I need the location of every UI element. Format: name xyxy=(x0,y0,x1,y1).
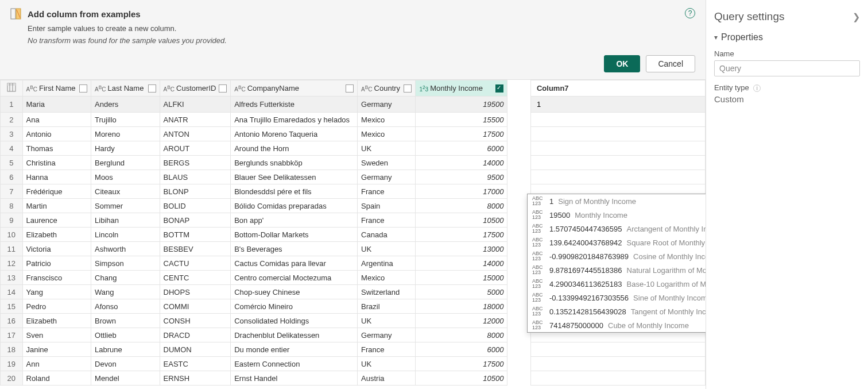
collapse-sidebar-icon[interactable]: ❯ xyxy=(852,11,860,22)
help-icon[interactable]: ? xyxy=(685,8,695,18)
table-row[interactable]: 20RolandMendelERNSHErnst HandelAustria10… xyxy=(1,371,706,386)
new-column-cell[interactable] xyxy=(530,342,705,357)
column-header-last[interactable]: ABCLast Name xyxy=(91,80,160,97)
entity-type-label: Entity type i xyxy=(714,83,860,92)
properties-section-header[interactable]: ▾ Properties xyxy=(714,32,860,43)
suggestion-item[interactable]: ABC123-0.13399492167303556Sine of Monthl… xyxy=(528,291,706,305)
column-header-country[interactable]: ABCCountry xyxy=(358,80,416,97)
cell-last: Hardy xyxy=(91,141,160,156)
suggestion-item[interactable]: ABC12319500Monthly Income xyxy=(528,208,706,222)
cell-comp: Chop-suey Chinese xyxy=(231,285,358,299)
cell-last: Anders xyxy=(91,97,160,113)
data-table-wrapper[interactable]: ABCFirst NameABCLast NameABCCustomerIDAB… xyxy=(0,80,706,389)
table-row[interactable]: 19AnnDevonEASTCEastern ConnectionUK17500 xyxy=(1,357,706,371)
table-row[interactable]: 5ChristinaBerglundBERGSBerglunds snabbkö… xyxy=(1,156,706,170)
new-column-cell[interactable] xyxy=(530,141,705,156)
column-header-comp[interactable]: ABCCompanyName xyxy=(231,80,358,97)
cell-first: Janine xyxy=(22,342,91,357)
cell-country: Mexico xyxy=(358,271,416,285)
new-column-cell[interactable] xyxy=(530,97,705,113)
column-checkbox[interactable] xyxy=(404,84,412,93)
cell-income: 10500 xyxy=(416,213,507,228)
suggestion-item[interactable]: ABC123-0.99098201848763989Cosine of Mont… xyxy=(528,249,706,263)
cell-last: Mendel xyxy=(91,371,160,386)
example-input[interactable] xyxy=(534,99,702,110)
cell-income: 14000 xyxy=(416,256,507,271)
column-checkbox[interactable] xyxy=(148,84,156,93)
column-checkbox[interactable] xyxy=(346,84,354,93)
column-header-income[interactable]: 123Monthly Income xyxy=(416,80,507,97)
suggestions-dropdown[interactable]: ABC1231Sign of Monthly IncomeABC12319500… xyxy=(527,194,706,333)
row-number: 3 xyxy=(1,127,23,141)
cell-comp: Around the Horn xyxy=(231,141,358,156)
cell-income: 14000 xyxy=(416,156,507,170)
cell-last: Labrune xyxy=(91,342,160,357)
row-number: 8 xyxy=(1,199,23,213)
new-column-header[interactable]: Column7 xyxy=(530,80,705,97)
cell-cust: BLAUS xyxy=(160,170,231,184)
cell-income: 15500 xyxy=(416,113,507,127)
table-row[interactable]: 2AnaTrujilloANATRAna Trujillo Emaredados… xyxy=(1,113,706,127)
row-number: 10 xyxy=(1,228,23,242)
cell-first: Thomas xyxy=(22,141,91,156)
new-column-cell[interactable] xyxy=(530,156,705,170)
column-checkbox[interactable] xyxy=(495,84,503,93)
new-column-cell[interactable] xyxy=(530,371,705,386)
new-column-cell[interactable] xyxy=(530,113,705,127)
table-row[interactable]: 6HannaMoosBLAUSBlauer See DelikatessenGe… xyxy=(1,170,706,184)
table-row[interactable]: 3AntonioMorenoANTONAntonio Moreno Taquer… xyxy=(1,127,706,141)
cell-cust: CONSH xyxy=(160,314,231,328)
cell-comp: Du monde entier xyxy=(231,342,358,357)
cell-comp: Comércio Mineiro xyxy=(231,299,358,314)
suggestion-item[interactable]: ABC1239.8781697445518386Natural Logarith… xyxy=(528,263,706,277)
new-column-cell[interactable] xyxy=(530,127,705,141)
cell-income: 17500 xyxy=(416,357,507,371)
suggestion-label: Cube of Monthly Income xyxy=(608,321,689,330)
cell-country: Germany xyxy=(358,328,416,342)
cell-country: Switzerland xyxy=(358,285,416,299)
cell-cust: EASTC xyxy=(160,357,231,371)
type-badge-icon: ABC123 xyxy=(532,237,545,248)
cancel-button[interactable]: Cancel xyxy=(646,55,695,72)
suggestion-item[interactable]: ABC1231Sign of Monthly Income xyxy=(528,194,706,208)
suggestion-item[interactable]: ABC1237414875000000Cube of Monthly Incom… xyxy=(528,318,706,332)
ok-button[interactable]: OK xyxy=(604,55,640,72)
new-column-cell[interactable] xyxy=(530,170,705,184)
cell-country: Austria xyxy=(358,371,416,386)
row-number: 7 xyxy=(1,184,23,199)
column-header-cust[interactable]: ABCCustomerID xyxy=(160,80,231,97)
suggestion-item[interactable]: ABC1230.13521428156439028Tangent of Mont… xyxy=(528,305,706,318)
cell-last: Chang xyxy=(91,271,160,285)
suggestion-item[interactable]: ABC1231.5707450447436595Arctangent of Mo… xyxy=(528,222,706,236)
column-checkbox[interactable] xyxy=(79,84,87,93)
cell-comp: Bólido Comidas preparadas xyxy=(231,199,358,213)
table-select-icon[interactable] xyxy=(1,80,23,97)
table-row[interactable]: 4ThomasHardyAROUTAround the HornUK6000 xyxy=(1,141,706,156)
add-column-header-panel: Add column from examples Enter sample va… xyxy=(0,0,706,80)
cell-cust: CACTU xyxy=(160,256,231,271)
panel-subtitle: Enter sample values to create a new colu… xyxy=(28,24,695,33)
column-checkbox[interactable] xyxy=(219,84,227,93)
new-column-cell[interactable] xyxy=(530,357,705,371)
table-row[interactable]: 18JanineLabruneDUMONDu monde entierFranc… xyxy=(1,342,706,357)
suggestion-item[interactable]: ABC1234.2900346113625183Base-10 Logarith… xyxy=(528,277,706,291)
type-badge-icon: ABC123 xyxy=(532,320,545,330)
suggestion-item[interactable]: ABC123139.64240043768942Square Root of M… xyxy=(528,236,706,249)
column-header-first[interactable]: ABCFirst Name xyxy=(22,80,91,97)
cell-country: Canada xyxy=(358,228,416,242)
cell-income: 10500 xyxy=(416,371,507,386)
column-label: Country xyxy=(374,84,401,93)
table-row[interactable]: 1MariaAndersALFKIAlfreds FutterkisteGerm… xyxy=(1,97,706,113)
cell-country: France xyxy=(358,342,416,357)
info-icon[interactable]: i xyxy=(753,84,761,92)
cell-comp: Drachenblut Delikatessen xyxy=(231,328,358,342)
cell-comp: Antonio Moreno Taqueria xyxy=(231,127,358,141)
query-name-input[interactable] xyxy=(714,60,860,76)
cell-comp: Ernst Handel xyxy=(231,371,358,386)
properties-label: Properties xyxy=(721,32,763,43)
cell-first: Martin xyxy=(22,199,91,213)
cell-first: Christina xyxy=(22,156,91,170)
svg-rect-0 xyxy=(11,9,16,19)
cell-income: 6000 xyxy=(416,141,507,156)
row-number: 4 xyxy=(1,141,23,156)
